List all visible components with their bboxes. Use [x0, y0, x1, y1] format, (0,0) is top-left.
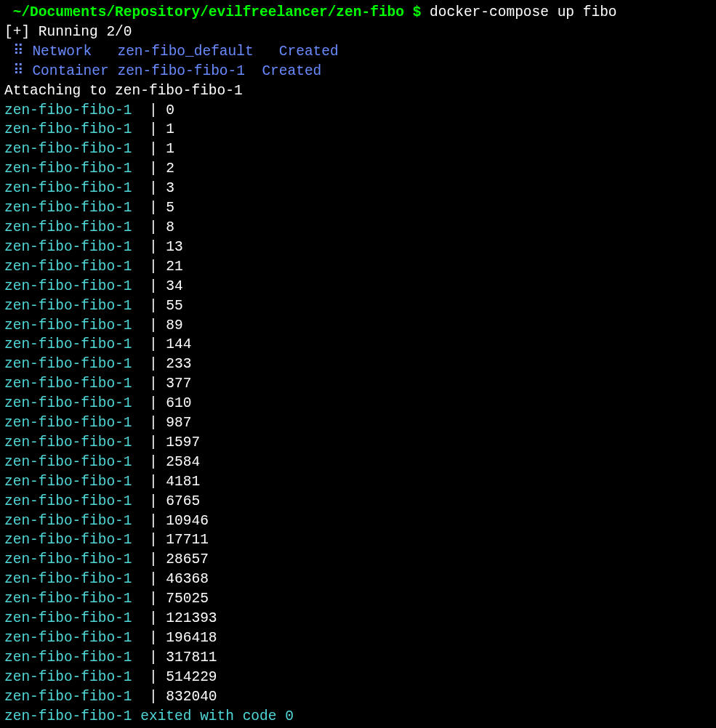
log-value: 317811 — [166, 650, 217, 666]
pipe-separator: | — [140, 395, 166, 411]
log-prefix: zen-fibo-fibo-1 — [4, 513, 140, 529]
log-line: zen-fibo-fibo-1 | 3 — [4, 179, 712, 198]
pipe-separator: | — [140, 454, 166, 470]
pipe-separator: | — [140, 532, 166, 548]
pipe-separator: | — [140, 180, 166, 196]
log-prefix: zen-fibo-fibo-1 — [4, 571, 140, 587]
log-value: 17711 — [166, 532, 209, 548]
pipe-separator: | — [140, 200, 166, 216]
log-line: zen-fibo-fibo-1 | 89 — [4, 316, 712, 336]
log-line: zen-fibo-fibo-1 | 1 — [4, 139, 712, 159]
resource-type: Network — [32, 44, 117, 60]
pipe-separator: | — [140, 669, 166, 685]
pipe-separator: | — [140, 318, 166, 333]
log-prefix: zen-fibo-fibo-1 — [4, 239, 140, 255]
log-line: zen-fibo-fibo-1 | 5 — [4, 198, 712, 218]
log-line: zen-fibo-fibo-1 | 46368 — [4, 570, 712, 589]
log-prefix: zen-fibo-fibo-1 — [4, 474, 140, 490]
log-prefix: zen-fibo-fibo-1 — [4, 650, 140, 666]
log-prefix: zen-fibo-fibo-1 — [4, 102, 140, 118]
log-prefix: zen-fibo-fibo-1 — [4, 376, 140, 392]
resource-line: ⠿ Network zen-fibo_default Created — [4, 42, 712, 62]
pipe-separator: | — [140, 219, 166, 235]
log-prefix: zen-fibo-fibo-1 — [4, 610, 140, 626]
pipe-separator: | — [140, 141, 166, 157]
log-line: zen-fibo-fibo-1 | 987 — [4, 413, 712, 433]
pipe-separator: | — [140, 474, 166, 490]
log-prefix: zen-fibo-fibo-1 — [4, 121, 140, 137]
pipe-separator: | — [140, 121, 166, 137]
log-line: zen-fibo-fibo-1 | 1597 — [4, 433, 712, 453]
log-value: 10946 — [166, 513, 209, 529]
log-value: 2 — [166, 161, 174, 177]
log-value: 121393 — [166, 610, 217, 626]
log-line: zen-fibo-fibo-1 | 514229 — [4, 668, 712, 687]
log-prefix: zen-fibo-fibo-1 — [4, 180, 140, 196]
log-prefix: zen-fibo-fibo-1 — [4, 591, 140, 607]
log-line: zen-fibo-fibo-1 | 21 — [4, 257, 712, 277]
log-prefix: zen-fibo-fibo-1 — [4, 395, 140, 411]
log-value: 514229 — [166, 669, 217, 685]
log-line: zen-fibo-fibo-1 | 10946 — [4, 511, 712, 531]
log-prefix: zen-fibo-fibo-1 — [4, 493, 140, 509]
log-value: 2584 — [166, 454, 200, 470]
log-line: zen-fibo-fibo-1 | 8 — [4, 218, 712, 238]
log-line: zen-fibo-fibo-1 | 0 — [4, 101, 712, 121]
log-prefix: zen-fibo-fibo-1 — [4, 689, 140, 705]
log-line: zen-fibo-fibo-1 | 34 — [4, 277, 712, 296]
resource-status: Created — [262, 63, 321, 79]
log-value: 196418 — [166, 630, 217, 646]
log-line: zen-fibo-fibo-1 | 832040 — [4, 687, 712, 707]
log-prefix: zen-fibo-fibo-1 — [4, 532, 140, 548]
attaching-line: Attaching to zen-fibo-fibo-1 — [4, 81, 712, 101]
prompt-path: ~/Documents/Repository/evilfreelancer/ze… — [4, 4, 413, 20]
pipe-separator: | — [140, 689, 166, 705]
exit-prefix: zen-fibo-fibo-1 — [4, 708, 132, 724]
pipe-separator: | — [140, 650, 166, 666]
log-value: 377 — [166, 376, 191, 392]
pipe-separator: | — [140, 571, 166, 587]
log-line: zen-fibo-fibo-1 | 610 — [4, 394, 712, 413]
log-value: 89 — [166, 318, 182, 333]
log-value: 5 — [166, 200, 174, 216]
log-prefix: zen-fibo-fibo-1 — [4, 551, 140, 567]
log-value: 4181 — [166, 474, 200, 490]
pipe-separator: | — [140, 591, 166, 607]
log-line: zen-fibo-fibo-1 | 28657 — [4, 550, 712, 570]
log-value: 144 — [166, 336, 191, 352]
log-prefix: zen-fibo-fibo-1 — [4, 278, 140, 294]
log-value: 21 — [166, 259, 182, 275]
log-prefix: zen-fibo-fibo-1 — [4, 336, 140, 352]
exit-text: exited with code 0 — [132, 708, 294, 724]
resource-line: ⠿ Container zen-fibo-fibo-1 Created — [4, 62, 712, 81]
pipe-separator: | — [140, 161, 166, 177]
log-value: 46368 — [166, 571, 209, 587]
braille-icon: ⠿ — [4, 44, 32, 60]
log-value: 8 — [166, 219, 174, 235]
log-value: 1 — [166, 121, 174, 137]
log-line: zen-fibo-fibo-1 | 317811 — [4, 648, 712, 668]
log-prefix: zen-fibo-fibo-1 — [4, 219, 140, 235]
pipe-separator: | — [140, 102, 166, 118]
pipe-separator: | — [140, 259, 166, 275]
log-prefix: zen-fibo-fibo-1 — [4, 356, 140, 372]
log-value: 6765 — [166, 493, 200, 509]
log-line: zen-fibo-fibo-1 | 2584 — [4, 453, 712, 472]
log-value: 987 — [166, 415, 191, 431]
log-value: 28657 — [166, 551, 209, 567]
pipe-separator: | — [140, 356, 166, 372]
log-value: 75025 — [166, 591, 209, 607]
log-line: zen-fibo-fibo-1 | 13 — [4, 238, 712, 257]
log-line: zen-fibo-fibo-1 | 4181 — [4, 472, 712, 492]
log-prefix: zen-fibo-fibo-1 — [4, 454, 140, 470]
log-prefix: zen-fibo-fibo-1 — [4, 298, 140, 314]
resource-name: zen-fibo-fibo-1 — [117, 63, 262, 79]
log-line: zen-fibo-fibo-1 | 233 — [4, 355, 712, 374]
log-value: 13 — [166, 239, 182, 255]
braille-icon: ⠿ — [4, 63, 32, 79]
log-line: zen-fibo-fibo-1 | 17711 — [4, 530, 712, 550]
log-prefix: zen-fibo-fibo-1 — [4, 200, 140, 216]
log-line: zen-fibo-fibo-1 | 2 — [4, 159, 712, 179]
pipe-separator: | — [140, 278, 166, 294]
log-line: zen-fibo-fibo-1 | 144 — [4, 335, 712, 355]
